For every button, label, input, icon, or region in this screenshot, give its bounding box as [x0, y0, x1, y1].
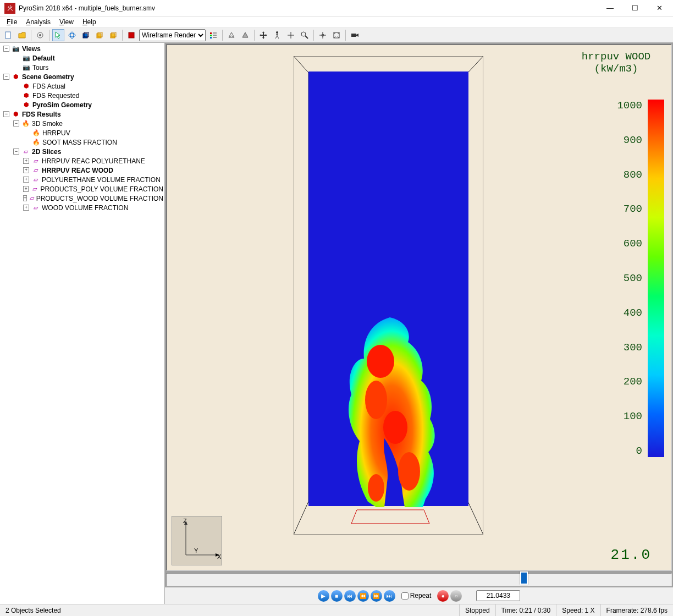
open-button[interactable] — [16, 29, 28, 41]
status-selection: 2 Objects Selected — [0, 604, 459, 616]
time-input[interactable] — [476, 590, 520, 601]
colorbar-tick: 300 — [568, 342, 642, 354]
camera-icon: 📷 — [22, 54, 31, 62]
colorbar-tick: 200 — [568, 376, 642, 388]
colorbar-tick: 600 — [568, 238, 642, 250]
slice-icon: ▱ — [21, 148, 30, 155]
render-mode-icon[interactable] — [125, 29, 137, 41]
camera-tool[interactable] — [349, 29, 361, 41]
viewport-3d[interactable]: hrrpuv WOOD (kW/m3) 10009008007006005004… — [166, 44, 672, 571]
walk-tool[interactable] — [271, 29, 283, 41]
tree-node-soot[interactable]: 🔥SOOT MASS FRACTION — [1, 138, 163, 147]
rewind-button[interactable]: ⏪ — [357, 590, 369, 602]
snapshot-button[interactable]: ○ — [450, 590, 462, 602]
play-button[interactable]: ▶ — [318, 590, 329, 602]
tree-node-tours[interactable]: 📷Tours — [1, 63, 163, 72]
orbit-tool[interactable] — [66, 29, 78, 41]
new-button[interactable] — [2, 29, 14, 41]
tree-node-fds-requested[interactable]: ⬢FDS Requested — [1, 91, 163, 100]
slice-icon: ▱ — [31, 176, 40, 183]
pointer-tool[interactable] — [52, 29, 64, 41]
tree-node-pyrosim-geometry[interactable]: ⬢PyroSim Geometry — [1, 100, 163, 109]
svg-point-2 — [39, 34, 41, 36]
settings-button[interactable] — [34, 29, 46, 41]
window-controls: — ☐ ✕ — [598, 0, 672, 16]
legend-toggle[interactable] — [207, 29, 219, 41]
expand-icon[interactable]: + — [23, 186, 29, 192]
menubar: File Analysis View Help — [0, 16, 673, 28]
collapse-icon[interactable]: − — [13, 120, 19, 127]
tree-node-fds-results[interactable]: −⬢FDS Results — [1, 109, 163, 119]
svg-rect-0 — [5, 32, 10, 38]
tree-node-3d-smoke[interactable]: −🔥3D Smoke — [1, 119, 163, 128]
tree-node-default[interactable]: 📷Default — [1, 53, 163, 63]
maximize-button[interactable]: ☐ — [622, 0, 647, 16]
axis-widget[interactable]: fill="#333"/> Z Y X — [172, 516, 222, 565]
tree-node-views[interactable]: −📷Views — [1, 44, 163, 53]
repeat-checkbox[interactable] — [401, 592, 409, 600]
tree-node-slice-4[interactable]: +▱PRODUCTS_POLY VOLUME FRACTION — [1, 184, 163, 194]
colorbar-tick: 100 — [568, 410, 642, 422]
move-tool[interactable] — [257, 29, 269, 41]
box-tool-2[interactable] — [93, 29, 106, 41]
window-title: PyroSim 2018 x64 - multiple_fuels_burner… — [19, 4, 598, 12]
svg-rect-9 — [111, 34, 115, 38]
collapse-icon[interactable]: − — [3, 111, 9, 117]
menu-file[interactable]: File — [2, 17, 21, 27]
viewport-wrap: hrrpuv WOOD (kW/m3) 10009008007006005004… — [165, 43, 673, 604]
camera-icon: 📷 — [12, 45, 20, 52]
svg-point-4 — [70, 32, 74, 38]
tree-node-slice-2[interactable]: +▱HRRPUV REAC WOOD — [1, 166, 163, 175]
last-button[interactable]: ⏭ — [384, 590, 395, 602]
svg-point-35 — [367, 345, 394, 378]
tree-node-fds-actual[interactable]: ⬢FDS Actual — [1, 81, 163, 91]
tree-node-hrrpuv[interactable]: 🔥HRRPUV — [1, 128, 163, 138]
box-tool[interactable] — [80, 29, 92, 41]
menu-help[interactable]: Help — [78, 17, 101, 27]
collapse-icon[interactable]: − — [13, 148, 19, 155]
collapse-icon[interactable]: − — [3, 74, 9, 80]
fire-icon: 🔥 — [32, 129, 41, 136]
expand-icon[interactable]: + — [23, 205, 29, 211]
svg-rect-11 — [129, 32, 134, 38]
svg-line-22 — [305, 36, 308, 38]
expand-icon[interactable]: + — [23, 177, 29, 183]
shaded-toggle[interactable] — [239, 29, 251, 41]
tree-node-slice-3[interactable]: +▱POLYURETHANE VOLUME FRACTION — [1, 175, 163, 184]
menu-view[interactable]: View — [55, 17, 78, 27]
axis-x-label: X — [217, 553, 221, 560]
tree-node-scene-geometry[interactable]: −⬢Scene Geometry — [1, 72, 163, 81]
svg-point-39 — [368, 474, 384, 502]
box-tool-3[interactable] — [107, 29, 119, 41]
target-tool[interactable] — [317, 29, 329, 41]
zoom-tool[interactable] — [299, 29, 311, 41]
timeline-thumb[interactable] — [520, 571, 528, 585]
render-mode-select[interactable]: Wireframe Render — [139, 29, 206, 41]
expand-icon[interactable]: + — [23, 158, 29, 164]
svg-marker-34 — [351, 510, 429, 524]
menu-analysis[interactable]: Analysis — [21, 17, 55, 27]
stop-button[interactable]: ■ — [331, 590, 343, 602]
colorbar-tick: 900 — [568, 134, 642, 146]
repeat-toggle[interactable]: Repeat — [401, 592, 432, 600]
tree-node-2d-slices[interactable]: −▱2D Slices — [1, 147, 163, 156]
collapse-icon[interactable]: − — [3, 46, 9, 52]
tree-node-slice-5[interactable]: +▱PRODUCTS_WOOD VOLUME FRACTION — [1, 194, 163, 203]
tree-node-slice-6[interactable]: +▱WOOD VOLUME FRACTION — [1, 203, 163, 212]
close-button[interactable]: ✕ — [647, 0, 672, 16]
slice-icon: ▱ — [31, 167, 40, 174]
colorbar-tick: 700 — [568, 203, 642, 215]
first-button[interactable]: ⏮ — [344, 590, 356, 602]
expand-icon[interactable]: + — [23, 195, 27, 201]
slice-icon: ▱ — [31, 185, 38, 193]
expand-icon[interactable]: + — [23, 167, 29, 173]
tree-node-slice-1[interactable]: +▱HRRPUV REAC POLYURETHANE — [1, 156, 163, 166]
minimize-button[interactable]: — — [598, 0, 622, 16]
timeline-slider[interactable] — [166, 573, 672, 586]
record-button[interactable]: ● — [437, 590, 449, 602]
forward-button[interactable]: ⏩ — [371, 590, 382, 602]
statusbar: 2 Objects Selected Stopped Time: 0:21 / … — [0, 604, 673, 616]
wireframe-toggle[interactable] — [225, 29, 238, 41]
cross-tool[interactable] — [285, 29, 297, 41]
fit-tool[interactable] — [330, 29, 343, 41]
